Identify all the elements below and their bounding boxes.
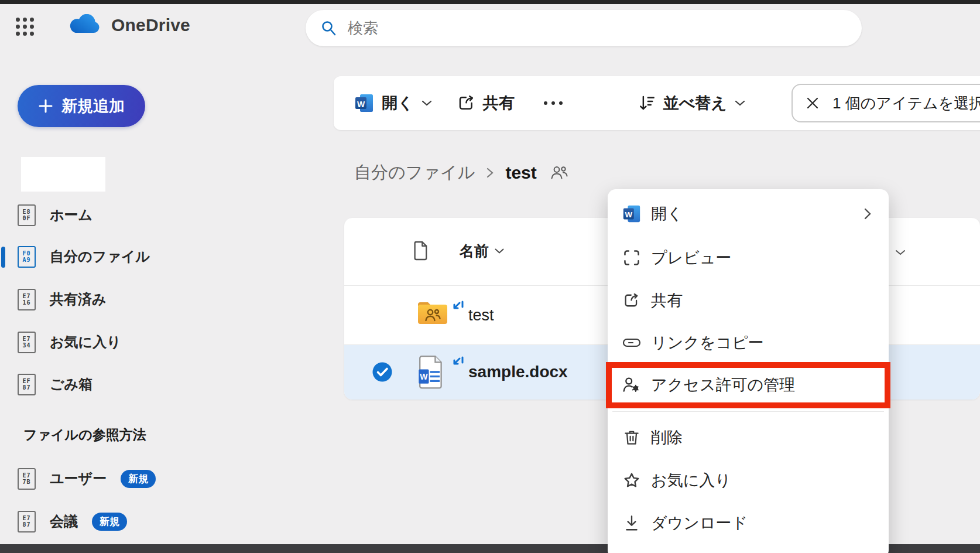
document-type-column-icon[interactable] bbox=[412, 240, 430, 261]
plus-icon bbox=[38, 98, 53, 114]
word-icon: W bbox=[622, 204, 642, 224]
brand-name: OneDrive bbox=[111, 15, 190, 35]
share-icon bbox=[457, 94, 476, 112]
selection-count-pill[interactable]: 1 個のアイテムを選択 bbox=[791, 84, 980, 122]
svg-text:W: W bbox=[625, 210, 633, 219]
breadcrumb-my-files[interactable]: 自分のファイル bbox=[354, 161, 475, 185]
share-button[interactable]: 共有 bbox=[457, 93, 515, 114]
add-new-label: 新規追加 bbox=[61, 95, 125, 117]
shared-people-icon bbox=[550, 164, 568, 182]
name-column-header[interactable]: 名前 bbox=[460, 241, 489, 261]
menu-item-delete[interactable]: 削除 bbox=[608, 417, 889, 459]
sidebar-item-home[interactable]: E80F ホーム bbox=[18, 201, 193, 229]
sidebar-item-shared[interactable]: E716 共有済み bbox=[18, 285, 193, 313]
menu-item-manage-access[interactable]: アクセス許可の管理 bbox=[608, 364, 889, 406]
browse-files-section-title: ファイルの参照方法 bbox=[23, 426, 146, 444]
meetings-nav-icon: E787 bbox=[18, 511, 36, 532]
search-icon bbox=[320, 19, 337, 37]
download-icon bbox=[622, 514, 642, 532]
new-badge: 新規 bbox=[92, 513, 127, 531]
svg-text:W: W bbox=[357, 100, 365, 109]
sort-button[interactable]: 並べ替え bbox=[638, 93, 746, 114]
more-commands-icon[interactable] bbox=[538, 95, 568, 111]
window-top-edge bbox=[0, 0, 980, 4]
recently-shared-marker-icon bbox=[450, 356, 465, 371]
menu-item-share[interactable]: 共有 bbox=[608, 279, 889, 322]
sidebar-item-my-files[interactable]: F0A9 自分のファイル bbox=[18, 243, 193, 271]
shared-icon: E716 bbox=[18, 289, 36, 310]
add-new-button[interactable]: 新規追加 bbox=[18, 85, 145, 127]
submenu-chevron-icon bbox=[863, 206, 872, 221]
onedrive-logo-icon bbox=[68, 14, 102, 36]
app-launcher-icon[interactable] bbox=[14, 16, 35, 37]
people-nav-icon: E77B bbox=[18, 468, 36, 490]
breadcrumb: 自分のファイル test bbox=[354, 158, 568, 187]
clear-selection-icon[interactable] bbox=[806, 96, 820, 110]
sidebar-item-meetings[interactable]: E787 会議 新規 bbox=[18, 507, 193, 535]
command-bar: W 開く 共有 bbox=[334, 76, 980, 130]
breadcrumb-chevron-icon bbox=[485, 166, 495, 180]
recently-shared-marker-icon bbox=[450, 300, 465, 315]
breadcrumb-current-folder[interactable]: test bbox=[505, 163, 536, 183]
sidebar-item-favorites[interactable]: E734 お気に入り bbox=[18, 328, 193, 356]
onedrive-app: OneDrive 検索 新規追加 E80F ホーム F0A9 自分のファイル E… bbox=[0, 0, 980, 553]
menu-item-favorite[interactable]: お気に入り bbox=[608, 459, 889, 501]
chevron-down-icon bbox=[421, 99, 433, 107]
divider bbox=[612, 411, 884, 412]
recycle-bin-icon: EF87 bbox=[18, 374, 36, 395]
menu-item-download[interactable]: ダウンロード bbox=[608, 502, 889, 544]
sidebar-item-people[interactable]: E77B ユーザー 新規 bbox=[18, 465, 193, 493]
search-input[interactable]: 検索 bbox=[306, 10, 862, 46]
copy-link-icon bbox=[622, 335, 642, 350]
menu-item-open[interactable]: W 開く bbox=[608, 193, 889, 235]
preview-icon bbox=[622, 249, 642, 267]
my-files-icon: F0A9 bbox=[18, 246, 36, 268]
menu-item-copy-link[interactable]: リンクをコピー bbox=[608, 322, 889, 364]
new-badge: 新規 bbox=[121, 470, 156, 488]
sidebar-item-recycle-bin[interactable]: EF87 ごみ箱 bbox=[18, 370, 193, 398]
open-button[interactable]: W 開く bbox=[354, 93, 433, 114]
chevron-down-icon bbox=[494, 247, 505, 255]
svg-text:W: W bbox=[420, 372, 428, 381]
favorites-icon: E734 bbox=[18, 332, 36, 353]
selected-nav-indicator bbox=[1, 247, 5, 268]
context-menu: W 開く プレビュー 共有 bbox=[608, 189, 889, 553]
delete-icon bbox=[622, 429, 642, 446]
manage-access-icon bbox=[622, 376, 642, 394]
favorite-icon bbox=[622, 472, 642, 489]
chevron-down-icon[interactable] bbox=[895, 248, 906, 257]
chevron-down-icon bbox=[734, 99, 746, 107]
home-icon: E80F bbox=[18, 204, 36, 226]
menu-item-preview[interactable]: プレビュー bbox=[608, 237, 889, 279]
redacted-account-area bbox=[21, 157, 105, 192]
word-icon: W bbox=[354, 93, 375, 114]
sort-icon bbox=[638, 94, 656, 112]
brand: OneDrive bbox=[68, 14, 190, 36]
search-placeholder: 検索 bbox=[348, 18, 378, 39]
docx-file-icon: W bbox=[418, 355, 445, 389]
share-icon bbox=[622, 292, 642, 309]
shared-folder-icon bbox=[416, 299, 450, 327]
selected-check-icon[interactable] bbox=[372, 361, 393, 383]
